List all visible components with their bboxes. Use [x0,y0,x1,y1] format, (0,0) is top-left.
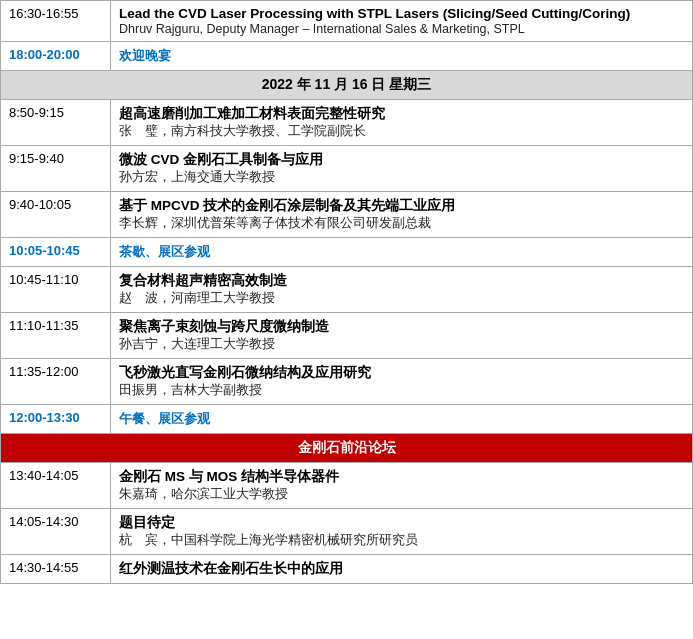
content-sub: 张 璧，南方科技大学教授、工学院副院长 [119,124,366,138]
break-time: 12:00-13:30 [1,405,111,434]
content-title: 题目待定 [119,515,175,530]
row-time: 14:05-14:30 [1,509,111,555]
content-title: 微波 CVD 金刚石工具制备与应用 [119,152,323,167]
row-content: 欢迎晚宴 [111,42,693,71]
row-time: 8:50-9:15 [1,100,111,146]
content-title: 基于 MPCVD 技术的金刚石涂层制备及其先端工业应用 [119,198,455,213]
content-sub: 孙方宏，上海交通大学教授 [119,170,275,184]
red-section-header: 金刚石前沿论坛 [1,434,693,463]
row-time: 9:40-10:05 [1,192,111,238]
row-time: 10:45-11:10 [1,267,111,313]
row-content: 微波 CVD 金刚石工具制备与应用孙方宏，上海交通大学教授 [111,146,693,192]
content-sub: 杭 宾，中国科学院上海光学精密机械研究所研究员 [119,533,418,547]
content-title: 红外测温技术在金刚石生长中的应用 [119,561,343,576]
row-time: 13:40-14:05 [1,463,111,509]
content-title: 复合材料超声精密高效制造 [119,273,287,288]
break-time: 10:05-10:45 [1,238,111,267]
content-title: Lead the CVD Laser Processing with STPL … [119,6,630,21]
row-time: 14:30-14:55 [1,555,111,584]
row-time: 18:00-20:00 [1,42,111,71]
content-title: 欢迎晚宴 [119,48,171,63]
content-title: 超高速磨削加工难加工材料表面完整性研究 [119,106,385,121]
row-content: 基于 MPCVD 技术的金刚石涂层制备及其先端工业应用李长辉，深圳优普茱等离子体… [111,192,693,238]
row-content: 聚焦离子束刻蚀与跨尺度微纳制造孙吉宁，大连理工大学教授 [111,313,693,359]
content-sub: 赵 波，河南理工大学教授 [119,291,275,305]
content-sub: 田振男，吉林大学副教授 [119,383,262,397]
break-label: 午餐、展区参观 [111,405,693,434]
content-sub: 孙吉宁，大连理工大学教授 [119,337,275,351]
row-time: 11:35-12:00 [1,359,111,405]
row-content: 题目待定杭 宾，中国科学院上海光学精密机械研究所研究员 [111,509,693,555]
content-title: 聚焦离子束刻蚀与跨尺度微纳制造 [119,319,329,334]
row-content: Lead the CVD Laser Processing with STPL … [111,1,693,42]
content-sub: 李长辉，深圳优普茱等离子体技术有限公司研发副总裁 [119,216,431,230]
row-content: 金刚石 MS 与 MOS 结构半导体器件朱嘉琦，哈尔滨工业大学教授 [111,463,693,509]
content-title: 飞秒激光直写金刚石微纳结构及应用研究 [119,365,371,380]
content-sub: Dhruv Rajguru, Deputy Manager – Internat… [119,22,525,36]
content-sub: 朱嘉琦，哈尔滨工业大学教授 [119,487,288,501]
content-title: 金刚石 MS 与 MOS 结构半导体器件 [119,469,339,484]
row-time: 9:15-9:40 [1,146,111,192]
date-header: 2022 年 11 月 16 日 星期三 [1,71,693,100]
row-content: 复合材料超声精密高效制造赵 波，河南理工大学教授 [111,267,693,313]
row-time: 16:30-16:55 [1,1,111,42]
row-content: 飞秒激光直写金刚石微纳结构及应用研究田振男，吉林大学副教授 [111,359,693,405]
row-time: 11:10-11:35 [1,313,111,359]
break-label: 茶歇、展区参观 [111,238,693,267]
row-content: 超高速磨削加工难加工材料表面完整性研究张 璧，南方科技大学教授、工学院副院长 [111,100,693,146]
row-content: 红外测温技术在金刚石生长中的应用 [111,555,693,584]
schedule-table: 16:30-16:55 Lead the CVD Laser Processin… [0,0,693,584]
